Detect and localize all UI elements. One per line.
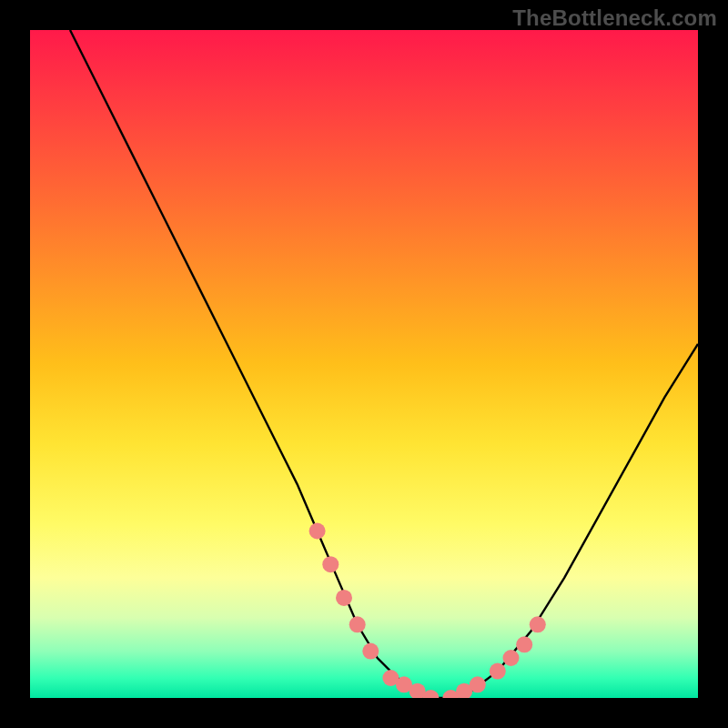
- highlight-dot: [309, 523, 326, 540]
- highlight-dot: [322, 556, 339, 572]
- chart-frame: TheBottleneck.com: [0, 0, 728, 728]
- plot-area: [30, 30, 698, 698]
- highlight-dot: [362, 643, 379, 660]
- highlight-dot: [336, 590, 352, 606]
- curve-path: [70, 30, 698, 698]
- highlight-dot: [349, 616, 366, 632]
- dot-layer: [309, 523, 546, 699]
- highlight-dot: [490, 663, 506, 680]
- highlight-dot: [470, 676, 486, 693]
- highlight-dot: [503, 650, 520, 666]
- watermark-text: TheBottleneck.com: [512, 5, 717, 31]
- highlight-dot: [530, 616, 546, 632]
- highlight-dot: [516, 636, 532, 652]
- chart-svg: [30, 30, 698, 698]
